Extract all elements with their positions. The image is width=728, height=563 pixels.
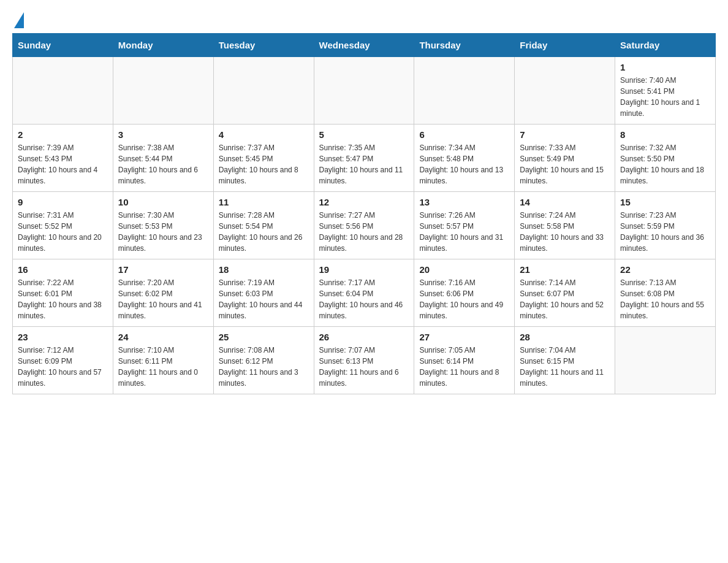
day-number: 10 [118, 197, 208, 207]
day-info: Sunrise: 7:26 AMSunset: 5:57 PMDaylight:… [419, 210, 509, 254]
calendar-day-cell [414, 57, 515, 124]
day-number: 15 [620, 197, 710, 207]
day-info: Sunrise: 7:37 AMSunset: 5:45 PMDaylight:… [219, 142, 309, 186]
day-number: 14 [520, 197, 610, 207]
logo-triangle-icon [14, 12, 24, 28]
calendar-day-cell: 13Sunrise: 7:26 AMSunset: 5:57 PMDayligh… [414, 192, 515, 259]
calendar-day-cell: 20Sunrise: 7:16 AMSunset: 6:06 PMDayligh… [414, 259, 515, 327]
day-number: 19 [319, 264, 409, 275]
calendar-week-row: 2Sunrise: 7:39 AMSunset: 5:43 PMDaylight… [13, 124, 716, 192]
day-number: 17 [118, 264, 208, 275]
calendar-day-cell: 26Sunrise: 7:07 AMSunset: 6:13 PMDayligh… [314, 327, 414, 394]
day-number: 4 [219, 129, 309, 140]
day-of-week-header: Sunday [13, 34, 113, 57]
day-info: Sunrise: 7:38 AMSunset: 5:44 PMDaylight:… [118, 142, 208, 186]
day-number: 3 [118, 129, 208, 140]
day-info: Sunrise: 7:13 AMSunset: 6:08 PMDaylight:… [620, 277, 710, 321]
day-number: 23 [18, 332, 108, 342]
days-of-week-row: SundayMondayTuesdayWednesdayThursdayFrid… [13, 34, 716, 57]
calendar-day-cell: 3Sunrise: 7:38 AMSunset: 5:44 PMDaylight… [113, 124, 213, 192]
page-header [12, 12, 716, 27]
day-number: 25 [219, 332, 309, 342]
day-number: 13 [419, 197, 509, 207]
day-info: Sunrise: 7:28 AMSunset: 5:54 PMDaylight:… [219, 210, 309, 254]
day-number: 22 [620, 264, 710, 275]
day-number: 27 [419, 332, 509, 342]
calendar-day-cell: 24Sunrise: 7:10 AMSunset: 6:11 PMDayligh… [113, 327, 213, 394]
day-info: Sunrise: 7:22 AMSunset: 6:01 PMDaylight:… [18, 277, 108, 321]
day-info: Sunrise: 7:24 AMSunset: 5:58 PMDaylight:… [520, 210, 610, 254]
day-info: Sunrise: 7:35 AMSunset: 5:47 PMDaylight:… [319, 142, 409, 186]
day-number: 1 [620, 62, 710, 72]
calendar-day-cell: 5Sunrise: 7:35 AMSunset: 5:47 PMDaylight… [314, 124, 414, 192]
day-info: Sunrise: 7:08 AMSunset: 6:12 PMDaylight:… [219, 345, 309, 389]
calendar-day-cell: 14Sunrise: 7:24 AMSunset: 5:58 PMDayligh… [515, 192, 615, 259]
calendar-day-cell: 17Sunrise: 7:20 AMSunset: 6:02 PMDayligh… [113, 259, 213, 327]
day-number: 11 [219, 197, 309, 207]
calendar-day-cell: 10Sunrise: 7:30 AMSunset: 5:53 PMDayligh… [113, 192, 213, 259]
calendar-day-cell: 21Sunrise: 7:14 AMSunset: 6:07 PMDayligh… [515, 259, 615, 327]
day-info: Sunrise: 7:16 AMSunset: 6:06 PMDaylight:… [419, 277, 509, 321]
day-number: 21 [520, 264, 610, 275]
day-info: Sunrise: 7:19 AMSunset: 6:03 PMDaylight:… [219, 277, 309, 321]
day-number: 6 [419, 129, 509, 140]
calendar-day-cell [515, 57, 615, 124]
day-number: 24 [118, 332, 208, 342]
day-info: Sunrise: 7:27 AMSunset: 5:56 PMDaylight:… [319, 210, 409, 254]
calendar-day-cell: 6Sunrise: 7:34 AMSunset: 5:48 PMDaylight… [414, 124, 515, 192]
day-number: 2 [18, 129, 108, 140]
calendar-day-cell: 28Sunrise: 7:04 AMSunset: 6:15 PMDayligh… [515, 327, 615, 394]
day-number: 8 [620, 129, 710, 140]
day-of-week-header: Friday [515, 34, 615, 57]
calendar-day-cell [113, 57, 213, 124]
calendar-day-cell: 11Sunrise: 7:28 AMSunset: 5:54 PMDayligh… [213, 192, 314, 259]
day-info: Sunrise: 7:30 AMSunset: 5:53 PMDaylight:… [118, 210, 208, 254]
calendar-day-cell [615, 327, 716, 394]
day-info: Sunrise: 7:12 AMSunset: 6:09 PMDaylight:… [18, 345, 108, 389]
day-number: 7 [520, 129, 610, 140]
calendar-day-cell: 15Sunrise: 7:23 AMSunset: 5:59 PMDayligh… [615, 192, 716, 259]
calendar-week-row: 9Sunrise: 7:31 AMSunset: 5:52 PMDaylight… [13, 192, 716, 259]
day-of-week-header: Wednesday [314, 34, 414, 57]
calendar-day-cell: 25Sunrise: 7:08 AMSunset: 6:12 PMDayligh… [213, 327, 314, 394]
day-number: 18 [219, 264, 309, 275]
day-info: Sunrise: 7:34 AMSunset: 5:48 PMDaylight:… [419, 142, 509, 186]
day-number: 26 [319, 332, 409, 342]
day-of-week-header: Monday [113, 34, 213, 57]
calendar-day-cell [314, 57, 414, 124]
calendar-day-cell: 19Sunrise: 7:17 AMSunset: 6:04 PMDayligh… [314, 259, 414, 327]
day-info: Sunrise: 7:05 AMSunset: 6:14 PMDaylight:… [419, 345, 509, 389]
calendar-day-cell: 2Sunrise: 7:39 AMSunset: 5:43 PMDaylight… [13, 124, 113, 192]
calendar-day-cell: 1Sunrise: 7:40 AMSunset: 5:41 PMDaylight… [615, 57, 716, 124]
calendar-day-cell: 27Sunrise: 7:05 AMSunset: 6:14 PMDayligh… [414, 327, 515, 394]
calendar-day-cell: 4Sunrise: 7:37 AMSunset: 5:45 PMDaylight… [213, 124, 314, 192]
day-info: Sunrise: 7:20 AMSunset: 6:02 PMDaylight:… [118, 277, 208, 321]
calendar-day-cell: 12Sunrise: 7:27 AMSunset: 5:56 PMDayligh… [314, 192, 414, 259]
day-number: 20 [419, 264, 509, 275]
calendar-day-cell: 8Sunrise: 7:32 AMSunset: 5:50 PMDaylight… [615, 124, 716, 192]
calendar-day-cell: 18Sunrise: 7:19 AMSunset: 6:03 PMDayligh… [213, 259, 314, 327]
calendar-day-cell: 22Sunrise: 7:13 AMSunset: 6:08 PMDayligh… [615, 259, 716, 327]
day-info: Sunrise: 7:39 AMSunset: 5:43 PMDaylight:… [18, 142, 108, 186]
day-number: 28 [520, 332, 610, 342]
calendar-day-cell: 7Sunrise: 7:33 AMSunset: 5:49 PMDaylight… [515, 124, 615, 192]
day-info: Sunrise: 7:40 AMSunset: 5:41 PMDaylight:… [620, 75, 710, 119]
day-number: 16 [18, 264, 108, 275]
calendar-day-cell: 23Sunrise: 7:12 AMSunset: 6:09 PMDayligh… [13, 327, 113, 394]
calendar-day-cell [213, 57, 314, 124]
day-number: 12 [319, 197, 409, 207]
day-of-week-header: Saturday [615, 34, 716, 57]
day-info: Sunrise: 7:32 AMSunset: 5:50 PMDaylight:… [620, 142, 710, 186]
calendar-header: SundayMondayTuesdayWednesdayThursdayFrid… [13, 34, 716, 57]
day-of-week-header: Tuesday [213, 34, 314, 57]
day-info: Sunrise: 7:04 AMSunset: 6:15 PMDaylight:… [520, 345, 610, 389]
calendar-day-cell: 9Sunrise: 7:31 AMSunset: 5:52 PMDaylight… [13, 192, 113, 259]
day-info: Sunrise: 7:31 AMSunset: 5:52 PMDaylight:… [18, 210, 108, 254]
day-info: Sunrise: 7:14 AMSunset: 6:07 PMDaylight:… [520, 277, 610, 321]
day-info: Sunrise: 7:33 AMSunset: 5:49 PMDaylight:… [520, 142, 610, 186]
calendar-body: 1Sunrise: 7:40 AMSunset: 5:41 PMDaylight… [13, 57, 716, 394]
calendar-day-cell: 16Sunrise: 7:22 AMSunset: 6:01 PMDayligh… [13, 259, 113, 327]
day-info: Sunrise: 7:10 AMSunset: 6:11 PMDaylight:… [118, 345, 208, 389]
day-info: Sunrise: 7:17 AMSunset: 6:04 PMDaylight:… [319, 277, 409, 321]
calendar-day-cell [13, 57, 113, 124]
